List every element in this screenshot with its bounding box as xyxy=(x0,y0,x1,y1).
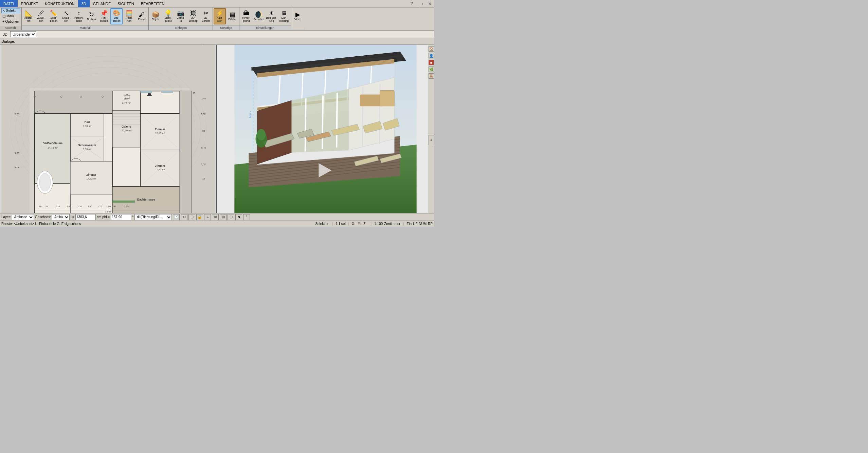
flaeche-icon: ▦ xyxy=(230,12,235,18)
layer-select[interactable]: Abflusse xyxy=(12,214,34,220)
video-button[interactable]: ▶ Video xyxy=(292,8,304,24)
3d-bitmap-button[interactable]: 🖼 3D-Bitmap xyxy=(187,8,199,24)
layer-label: Layer: xyxy=(1,215,11,219)
video-tools: ▶ Video xyxy=(291,7,305,29)
lock-btn[interactable]: 🔒 xyxy=(196,214,203,220)
zuweisen-button[interactable]: 🖊 Zuwei-sen xyxy=(35,8,47,24)
svg-text:15: 15 xyxy=(202,177,205,180)
svg-text:8,00 m²: 8,00 m² xyxy=(83,125,92,128)
bottom-toolbar: Layer: Abflusse Geschoss: Attika l = cm … xyxy=(0,213,434,221)
selektion-status: Selektion xyxy=(315,222,329,226)
color-sidebar-btn[interactable]: ■ xyxy=(429,60,434,65)
objekt-button[interactable]: 📦 Objekt xyxy=(149,8,162,24)
north-btn[interactable]: N xyxy=(235,214,242,220)
lichtquelle-button[interactable]: 💡 Licht-quelle xyxy=(162,8,174,24)
menu-gelaende[interactable]: GELÄNDE xyxy=(90,0,114,7)
hinstellen-button[interactable]: 📌 Hin-stellen xyxy=(98,8,110,24)
l-input[interactable] xyxy=(75,214,96,220)
drehen-button[interactable]: ↻ Drehen xyxy=(85,8,97,24)
help-icon[interactable]: ? xyxy=(409,1,414,6)
cursor-icon: ↖ xyxy=(2,9,5,13)
phi-label: phi = xyxy=(102,215,110,219)
expand-sidebar-btn[interactable]: ≡ xyxy=(429,135,434,145)
snap2-btn[interactable]: ≋ xyxy=(212,214,219,220)
menu-3d[interactable]: 3D xyxy=(78,0,90,7)
home-sidebar-btn[interactable]: 🏠 xyxy=(429,46,434,52)
selekt-button[interactable]: ↖ Selekt xyxy=(1,8,20,13)
menu-sichten[interactable]: SICHTEN xyxy=(114,0,137,7)
schatten-button[interactable]: 🌒 Schatten xyxy=(253,8,265,24)
einfuegen-tools: 📦 Objekt 💡 Licht-quelle 📷 Came-ra 🖼 3D-B… xyxy=(149,7,213,25)
floor-plan-panel[interactable]: AR 2,75 m² Galerie 20,20 m² Bad 8,00 m² xyxy=(0,45,217,213)
auswahl-buttons: ↖ Selekt ◫ Mark. + Optionen xyxy=(0,7,21,26)
hintergrund-icon: 🏔 xyxy=(243,10,249,16)
grid1-btn[interactable]: ⊞ xyxy=(220,214,227,220)
svg-point-33 xyxy=(39,173,51,191)
person-sidebar-btn[interactable]: 👤 xyxy=(429,53,434,58)
snap1-btn[interactable]: ≈ xyxy=(204,214,211,220)
menu-bearbeiten[interactable]: BEARBEITEN xyxy=(138,0,168,7)
svg-text:Galerie: Galerie xyxy=(122,125,131,128)
svg-text:Wäsche: Wäsche xyxy=(123,94,130,96)
more-btn[interactable]: ⋮ xyxy=(243,214,250,220)
abgreifen-button[interactable]: 📐 Abgrei-fen xyxy=(22,8,35,24)
geschoss-select[interactable]: Attika xyxy=(52,214,70,220)
svg-text:1.70: 1.70 xyxy=(97,205,102,208)
svg-text:15,85 m²: 15,85 m² xyxy=(155,168,165,171)
verschieben-icon: ↕ xyxy=(77,10,80,16)
bearbeiten-button[interactable]: ✏️ Bear-beiten xyxy=(48,8,60,24)
grid2-btn[interactable]: ⊟ xyxy=(228,214,234,220)
svg-text:1.00: 1.00 xyxy=(88,205,92,208)
menu-konstruktion[interactable]: KONSTRUKTION xyxy=(41,0,78,7)
urgelaende-select[interactable]: Urgelände xyxy=(10,31,36,37)
snap-rect-btn[interactable]: ⊡ xyxy=(188,214,195,220)
svg-text:Bad/WC/Sauna: Bad/WC/Sauna xyxy=(42,142,62,145)
svg-text:abwurf: abwurf xyxy=(124,97,130,99)
3d-schnitt-button[interactable]: ✂ 3D-Schnitt xyxy=(200,8,212,24)
material-label: Material xyxy=(22,25,148,30)
clock-icon-btn[interactable]: 🕐 xyxy=(173,214,180,220)
close-icon[interactable]: ✕ xyxy=(427,1,433,6)
svg-text:2.35: 2.35 xyxy=(124,205,129,208)
kamera-button[interactable]: 📷 Came-ra xyxy=(175,8,187,24)
l-label: l = xyxy=(71,215,74,219)
schnitt-icon: ✂ xyxy=(203,10,209,16)
toolbar-info-section: 🏔 Hinter-grund 🌒 Schatten ☀ Beleuch-tung… xyxy=(239,7,291,30)
kollision-button[interactable]: ⚡ Kolli-sion xyxy=(214,8,226,24)
svg-text:24,73 m²: 24,73 m² xyxy=(48,146,58,149)
plant-sidebar-btn[interactable]: 🌿 xyxy=(429,67,434,72)
darstellen-button[interactable]: 🎨 Dar-stellen xyxy=(110,8,123,24)
3d-view-panel[interactable]: Bear - 🏠 👤 ■ 🌿 🪑 ≡ xyxy=(217,45,434,213)
dl-select[interactable]: dl (Richtung/Di... xyxy=(134,214,172,220)
menu-datei[interactable]: DATEI xyxy=(0,0,18,7)
rp-status: RP xyxy=(428,222,433,226)
snap-circle-btn[interactable]: ⊙ xyxy=(181,214,187,220)
svg-text:13.69: 13.69 xyxy=(105,210,111,213)
phi-input[interactable] xyxy=(111,214,131,220)
3d-label: 3D xyxy=(1,32,9,36)
toolbar-video-section: ▶ Video xyxy=(291,7,305,30)
darstellung-button[interactable]: 🖥 Dar-stellung xyxy=(278,8,290,24)
svg-text:Schrankraum: Schrankraum xyxy=(78,144,96,147)
toolbar-material-section: 📐 Abgrei-fen 🖊 Zuwei-sen ✏️ Bear-beiten … xyxy=(22,7,148,30)
menu-projekt[interactable]: PROJEKT xyxy=(18,0,42,7)
schatten-icon: 🌒 xyxy=(255,12,263,18)
flaeche-button[interactable]: ▦ Fläche xyxy=(226,8,238,24)
mark-button[interactable]: ◫ Mark. xyxy=(1,14,20,19)
toolbar-einfuegen-section: 📦 Objekt 💡 Licht-quelle 📷 Came-ra 🖼 3D-B… xyxy=(148,7,213,30)
minimize-icon[interactable]: _ xyxy=(415,1,420,6)
optionen-button[interactable]: + Optionen xyxy=(1,19,20,24)
unit-status: Zentimeter xyxy=(384,222,400,226)
maximize-icon[interactable]: □ xyxy=(421,1,427,6)
svg-text:2.10: 2.10 xyxy=(77,205,82,208)
secondary-toolbar: 3D Urgelände xyxy=(0,31,434,38)
verschieben-button[interactable]: ↕ Verschi-eben xyxy=(73,8,85,24)
skalieren-button[interactable]: ⤡ Skalie-ren xyxy=(60,8,72,24)
rechnen-button[interactable]: 🧮 Rech-nen xyxy=(123,8,135,24)
info-label: Einstellungen xyxy=(239,25,291,30)
beleuchtung-button[interactable]: ☀ Beleuch-tung xyxy=(265,8,277,24)
hintergrund-button[interactable]: 🏔 Hinter-grund xyxy=(240,8,252,24)
chair-sidebar-btn[interactable]: 🪑 xyxy=(429,73,434,79)
pinsel-button[interactable]: 🖌 Pinsel xyxy=(135,8,148,24)
video-icon: ▶ xyxy=(295,12,300,18)
